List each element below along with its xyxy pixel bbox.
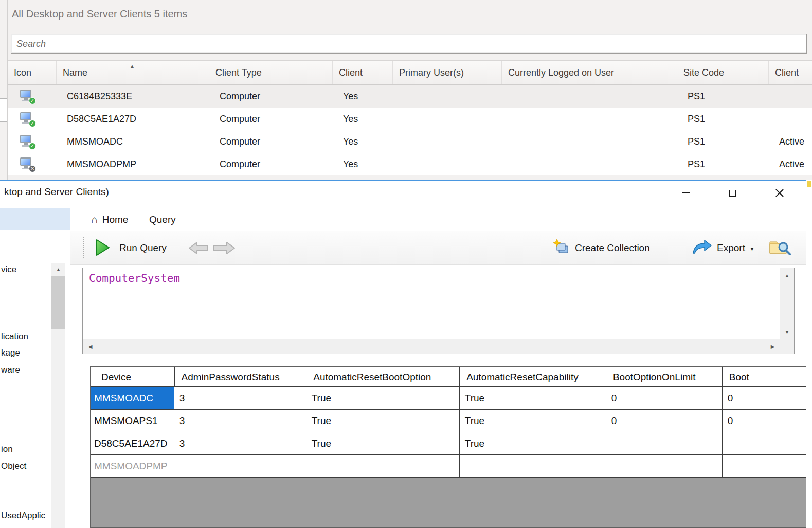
grid-cell[interactable] bbox=[306, 455, 460, 478]
client-row[interactable]: MMSMOADPMP Computer Yes PS1 Active bbox=[8, 153, 812, 175]
grid-column-automaticresetbootoption[interactable]: AutomaticResetBootOption bbox=[306, 367, 460, 387]
grid-cell[interactable] bbox=[723, 432, 806, 455]
client-row[interactable]: C6184B25333E Computer Yes PS1 bbox=[8, 85, 812, 108]
client-row[interactable]: MMSMOADC Computer Yes PS1 Active bbox=[8, 130, 812, 153]
column-header-site-code[interactable]: Site Code bbox=[677, 61, 769, 84]
grid-cell-device[interactable]: MMSMOADPMP bbox=[91, 455, 174, 478]
grid-cell[interactable] bbox=[606, 432, 723, 455]
grid-cell-device[interactable]: MMSMOADC bbox=[91, 387, 174, 410]
client-flag-cell: Yes bbox=[333, 108, 393, 130]
computer-screen bbox=[20, 90, 31, 98]
sidebar-item[interactable]: Object bbox=[1, 461, 26, 472]
client-type-cell: Computer bbox=[209, 153, 333, 175]
search-input[interactable] bbox=[11, 34, 806, 53]
grid-cell[interactable]: True bbox=[460, 387, 606, 410]
grid-cell[interactable]: 3 bbox=[174, 410, 306, 432]
tab-query[interactable]: Query bbox=[139, 208, 186, 231]
column-header-client-activity[interactable]: Client bbox=[769, 61, 812, 84]
create-collection-button[interactable]: Create Collection bbox=[553, 231, 650, 265]
grid-cell[interactable]: True bbox=[306, 387, 460, 410]
grid-cell[interactable] bbox=[460, 455, 606, 478]
grid-cell[interactable]: True bbox=[460, 432, 606, 455]
grid-cell[interactable]: True bbox=[306, 410, 460, 432]
navigate-back-button[interactable] bbox=[187, 240, 209, 258]
query-text[interactable]: ComputerSystem bbox=[89, 272, 180, 285]
scroll-right-icon[interactable] bbox=[766, 340, 779, 353]
scroll-up-icon[interactable] bbox=[781, 269, 793, 281]
sidebar-scrollbar-thumb[interactable] bbox=[51, 276, 65, 329]
sidebar-item[interactable]: lication bbox=[1, 331, 28, 342]
client-name-cell: C6184B25333E bbox=[57, 85, 209, 108]
sidebar-item[interactable]: vice bbox=[1, 264, 16, 275]
grid-cell[interactable]: 0 bbox=[606, 387, 723, 410]
client-flag-cell: Yes bbox=[333, 130, 393, 153]
logged-on-user-cell bbox=[502, 130, 677, 153]
tab-home-label: Home bbox=[102, 214, 129, 225]
client-activity-cell bbox=[769, 85, 812, 108]
sort-ascending-icon[interactable] bbox=[130, 61, 135, 70]
client-type-cell: Computer bbox=[209, 108, 333, 130]
computer-screen bbox=[20, 157, 31, 166]
grid-column-device[interactable]: Device bbox=[91, 367, 175, 387]
window-title: ktop and Server Clients) bbox=[4, 186, 109, 198]
export-icon bbox=[692, 240, 712, 256]
grid-cell[interactable] bbox=[174, 455, 306, 478]
left-panel-fragment bbox=[0, 98, 7, 122]
run-query-button[interactable]: Run Query bbox=[119, 231, 167, 265]
grid-cell[interactable]: 3 bbox=[174, 387, 306, 410]
grid-column-automaticresetcapability[interactable]: AutomaticResetCapability bbox=[460, 367, 606, 387]
query-statement-window: ktop and Server Clients) Home Query bbox=[0, 180, 806, 528]
grid-cell[interactable]: 3 bbox=[174, 432, 306, 455]
grid-column-adminpasswordstatus[interactable]: AdminPasswordStatus bbox=[175, 367, 307, 387]
column-header-primary-users[interactable]: Primary User(s) bbox=[393, 61, 502, 84]
tab-query-label: Query bbox=[149, 214, 176, 225]
scroll-left-icon[interactable] bbox=[84, 340, 97, 353]
grid-cell[interactable]: 0 bbox=[606, 410, 723, 432]
maximize-icon bbox=[729, 190, 736, 197]
grid-cell[interactable]: True bbox=[306, 432, 460, 455]
toolbar-grip[interactable] bbox=[83, 237, 84, 258]
grid-column-boot[interactable]: Boot bbox=[723, 367, 806, 387]
column-header-client-type[interactable]: Client Type bbox=[209, 61, 333, 84]
logged-on-user-cell bbox=[502, 153, 677, 175]
grid-cell[interactable] bbox=[606, 455, 723, 478]
site-code-cell: PS1 bbox=[677, 108, 769, 130]
sidebar-item[interactable]: ware bbox=[1, 364, 20, 376]
close-button[interactable] bbox=[768, 181, 791, 205]
export-dropdown-caret-icon[interactable] bbox=[750, 243, 754, 253]
sidebar-item[interactable]: ion bbox=[1, 444, 13, 455]
window-titlebar[interactable]: ktop and Server Clients) bbox=[0, 181, 806, 206]
maximize-button[interactable] bbox=[720, 181, 744, 205]
folder-search-button[interactable] bbox=[769, 238, 791, 258]
minimize-icon bbox=[682, 192, 690, 193]
grid-cell[interactable]: 0 bbox=[723, 387, 806, 410]
logged-on-user-cell bbox=[502, 85, 677, 108]
grid-cell[interactable]: True bbox=[460, 410, 606, 432]
export-button[interactable]: Export bbox=[692, 231, 754, 265]
navigate-forward-button[interactable] bbox=[210, 240, 237, 258]
grid-cell-device[interactable]: D58C5AE1A27D bbox=[91, 432, 174, 455]
column-header-logged-on-user[interactable]: Currently Logged on User bbox=[502, 61, 677, 84]
scroll-up-icon[interactable] bbox=[51, 263, 65, 275]
grid-cell[interactable] bbox=[723, 455, 806, 478]
scroll-down-icon[interactable] bbox=[781, 326, 793, 338]
run-query-icon[interactable] bbox=[95, 238, 111, 259]
grid-column-bootoptiononlimit[interactable]: BootOptionOnLimit bbox=[606, 367, 723, 387]
computer-screen bbox=[20, 135, 31, 143]
ribbon-tab-strip: Home Query bbox=[0, 206, 806, 231]
client-status-ok-icon bbox=[29, 97, 36, 104]
sidebar-item[interactable]: kage bbox=[1, 347, 20, 359]
editor-horizontal-scrollbar[interactable] bbox=[83, 339, 780, 354]
editor-vertical-scrollbar[interactable] bbox=[780, 268, 794, 339]
site-code-cell: PS1 bbox=[677, 153, 769, 175]
column-header-client[interactable]: Client bbox=[333, 61, 393, 84]
grid-cell[interactable]: 0 bbox=[723, 410, 806, 432]
column-header-icon[interactable]: Icon bbox=[8, 61, 57, 84]
grid-cell-device[interactable]: MMSMOAPS1 bbox=[91, 410, 174, 432]
sidebar-item[interactable]: UsedApplic bbox=[1, 510, 45, 521]
tab-home[interactable]: Home bbox=[86, 210, 133, 230]
client-row[interactable]: D58C5AE1A27D Computer Yes PS1 bbox=[8, 108, 812, 130]
minimize-button[interactable] bbox=[674, 181, 698, 205]
screen: All Desktop and Server Clients 5 items I… bbox=[0, 0, 812, 528]
site-code-cell: PS1 bbox=[677, 130, 769, 153]
